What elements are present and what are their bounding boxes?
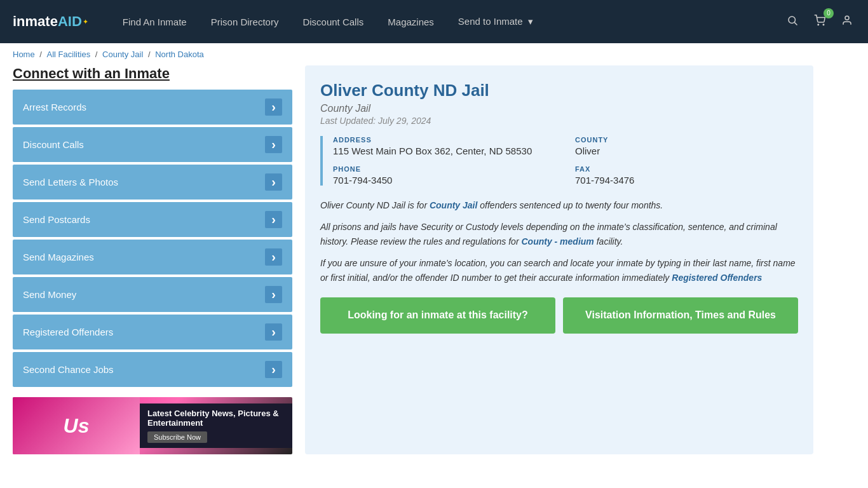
county-jail-link[interactable]: County Jail [430, 200, 477, 210]
county-block: COUNTY Oliver [575, 136, 798, 156]
ad-content: Latest Celebrity News, Pictures & Entert… [140, 403, 292, 448]
fax-label: FAX [575, 165, 798, 173]
header: inmate AID ✦ Find An Inmate Prison Direc… [0, 0, 868, 43]
facility-title: Oliver County ND Jail [320, 81, 798, 100]
desc-paragraph-2: All prisons and jails have Security or C… [320, 220, 798, 248]
address-label: ADDRESS [333, 136, 556, 144]
breadcrumb-all-facilities[interactable]: All Facilities [47, 50, 91, 59]
detail-panel: Oliver County ND Jail County Jail Last U… [305, 65, 813, 454]
chevron-right-icon: › [265, 136, 282, 153]
chevron-right-icon: › [265, 173, 282, 191]
ad-title: Latest Celebrity News, Pictures & Entert… [147, 409, 285, 428]
svg-point-3 [823, 24, 824, 25]
chevron-right-icon: › [265, 211, 282, 228]
nav-find-inmate[interactable]: Find An Inmate [114, 11, 196, 32]
sidebar-item-send-postcards[interactable]: Send Postcards › [13, 202, 292, 237]
nav-magazines[interactable]: Magazines [379, 11, 443, 32]
user-icon[interactable] [839, 12, 855, 32]
ad-subscribe-button[interactable]: Subscribe Now [147, 431, 207, 443]
desc-paragraph-3: If you are unsure of your inmate’s locat… [320, 256, 798, 285]
sidebar: Connect with an Inmate Arrest Records › … [13, 65, 292, 454]
breadcrumb: Home / All Facilities / County Jail / No… [0, 43, 868, 65]
phone-value: 701-794-3450 [333, 175, 556, 186]
logo[interactable]: inmate AID ✦ [13, 13, 88, 30]
breadcrumb-home[interactable]: Home [13, 50, 35, 59]
county-medium-link[interactable]: County - medium [521, 236, 593, 247]
sidebar-item-arrest-records[interactable]: Arrest Records › [13, 90, 292, 125]
cart-icon[interactable]: 0 [811, 12, 829, 32]
visitation-info-button[interactable]: Visitation Information, Times and Rules [563, 297, 798, 334]
svg-line-1 [794, 22, 797, 25]
address-block: ADDRESS 115 West Main PO Box 362, Center… [333, 136, 556, 156]
svg-point-0 [789, 17, 796, 24]
chevron-right-icon: › [265, 286, 282, 303]
phone-block: PHONE 701-794-3450 [333, 165, 556, 186]
fax-block: FAX 701-794-3476 [575, 165, 798, 186]
main-content: Connect with an Inmate Arrest Records › … [0, 65, 826, 467]
address-value: 115 West Main PO Box 362, Center, ND 585… [333, 146, 556, 156]
find-inmate-button[interactable]: Looking for an inmate at this facility? [320, 297, 555, 334]
chevron-right-icon: › [265, 98, 282, 116]
county-label: COUNTY [575, 136, 798, 144]
breadcrumb-state[interactable]: North Dakota [155, 50, 204, 59]
sidebar-item-send-magazines[interactable]: Send Magazines › [13, 240, 292, 274]
phone-label: PHONE [333, 165, 556, 173]
cart-badge: 0 [824, 8, 834, 18]
breadcrumb-county-jail[interactable]: County Jail [102, 50, 143, 59]
chevron-right-icon: › [265, 248, 282, 266]
chevron-right-icon: › [265, 361, 282, 378]
search-icon[interactable] [784, 12, 801, 32]
svg-point-4 [845, 16, 849, 20]
desc-paragraph-1: Oliver County ND Jail is for County Jail… [320, 198, 798, 212]
fax-value: 701-794-3476 [575, 175, 798, 186]
sidebar-item-second-chance-jobs[interactable]: Second Chance Jobs › [13, 352, 292, 387]
main-nav: Find An Inmate Prison Directory Discount… [114, 11, 784, 32]
sidebar-item-send-money[interactable]: Send Money › [13, 277, 292, 312]
sidebar-menu: Arrest Records › Discount Calls › Send L… [13, 90, 292, 387]
svg-point-2 [818, 24, 819, 25]
registered-offenders-link[interactable]: Registered Offenders [672, 273, 762, 283]
facility-last-updated: Last Updated: July 29, 2024 [320, 116, 798, 126]
facility-info-grid: ADDRESS 115 West Main PO Box 362, Center… [320, 136, 798, 186]
sidebar-item-send-letters[interactable]: Send Letters & Photos › [13, 165, 292, 200]
ad-banner[interactable]: Us Latest Celebrity News, Pictures & Ent… [13, 397, 292, 454]
header-icons: 0 [784, 12, 855, 32]
nav-discount-calls[interactable]: Discount Calls [294, 11, 372, 32]
nav-send-to-inmate[interactable]: Send to Inmate ▾ [449, 11, 542, 32]
facility-type: County Jail [320, 103, 798, 114]
sidebar-title: Connect with an Inmate [13, 65, 292, 82]
county-value: Oliver [575, 146, 798, 156]
nav-prison-directory[interactable]: Prison Directory [202, 11, 288, 32]
chevron-right-icon: › [265, 323, 282, 341]
sidebar-item-registered-offenders[interactable]: Registered Offenders › [13, 315, 292, 349]
ad-logo: Us [13, 397, 140, 454]
sidebar-item-discount-calls[interactable]: Discount Calls › [13, 127, 292, 162]
action-buttons: Looking for an inmate at this facility? … [320, 297, 798, 334]
